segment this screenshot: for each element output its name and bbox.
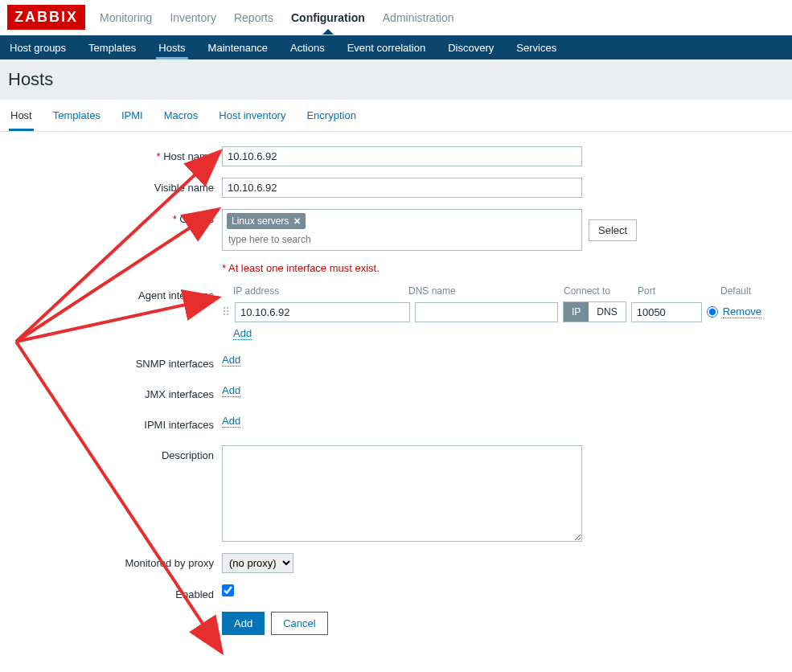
jmx-interfaces-label: JMX interfaces	[9, 384, 222, 400]
host-form: * Host name Visible name * Groups Linux …	[0, 132, 792, 661]
groups-select-button[interactable]: Select	[589, 219, 637, 241]
top-nav: Monitoring Inventory Reports Configurati…	[100, 2, 453, 34]
tab-ipmi[interactable]: IPMI	[120, 100, 145, 131]
subnav-maintenance[interactable]: Maintenance	[206, 36, 270, 59]
form-tabs: Host Templates IPMI Macros Host inventor…	[0, 100, 792, 132]
col-default: Default	[720, 285, 777, 297]
subnav-host-groups[interactable]: Host groups	[7, 36, 68, 59]
col-dns: DNS name	[408, 285, 564, 297]
group-tag: Linux servers✕	[227, 213, 306, 229]
page-header: Hosts	[0, 59, 792, 100]
agent-default-radio[interactable]	[707, 306, 718, 318]
nav-reports[interactable]: Reports	[234, 2, 273, 34]
visible-name-input[interactable]	[222, 178, 582, 198]
subnav-templates[interactable]: Templates	[86, 36, 138, 59]
snmp-interfaces-label: SNMP interfaces	[9, 354, 222, 370]
col-ip: IP address	[222, 285, 408, 297]
tab-host-inventory[interactable]: Host inventory	[217, 100, 287, 131]
subnav-services[interactable]: Services	[514, 36, 559, 59]
page-title: Hosts	[8, 69, 784, 90]
agent-interface-row: ⠿ IP DNS Remove	[222, 301, 777, 322]
logo: ZABBIX	[7, 5, 85, 30]
col-port: Port	[638, 285, 720, 297]
col-connect-to: Connect to	[564, 285, 638, 297]
tab-templates[interactable]: Templates	[51, 100, 102, 131]
connect-to-toggle[interactable]: IP DNS	[563, 301, 626, 322]
nav-monitoring[interactable]: Monitoring	[100, 2, 152, 34]
groups-multiselect[interactable]: Linux servers✕	[222, 209, 582, 251]
description-textarea[interactable]	[222, 445, 582, 542]
visible-name-label: Visible name	[9, 178, 222, 194]
jmx-add-link[interactable]: Add	[222, 384, 240, 397]
nav-inventory[interactable]: Inventory	[170, 2, 216, 34]
subnav-event-correlation[interactable]: Event correlation	[345, 36, 429, 59]
group-tag-label: Linux servers	[232, 215, 289, 227]
monitored-by-proxy-label: Monitored by proxy	[9, 553, 222, 569]
ipmi-add-link[interactable]: Add	[222, 415, 240, 428]
cancel-button[interactable]: Cancel	[271, 612, 327, 635]
sub-nav: Host groups Templates Hosts Maintenance …	[0, 35, 792, 59]
subnav-actions[interactable]: Actions	[288, 36, 327, 59]
description-label: Description	[9, 445, 222, 461]
agent-port-input[interactable]	[631, 302, 702, 322]
enabled-label: Enabled	[9, 584, 222, 600]
interface-header: IP address DNS name Connect to Port Defa…	[222, 285, 777, 297]
agent-remove-link[interactable]: Remove	[723, 305, 761, 318]
subnav-hosts[interactable]: Hosts	[156, 36, 187, 59]
host-name-input[interactable]	[222, 146, 582, 166]
ipmi-interfaces-label: IPMI interfaces	[9, 415, 222, 431]
tab-encryption[interactable]: Encryption	[305, 100, 357, 131]
nav-administration[interactable]: Administration	[383, 2, 454, 34]
tab-host[interactable]: Host	[9, 100, 34, 131]
subnav-discovery[interactable]: Discovery	[445, 36, 496, 59]
groups-label: * Groups	[9, 209, 222, 225]
proxy-select[interactable]: (no proxy)	[222, 553, 293, 573]
tab-macros[interactable]: Macros	[162, 100, 200, 131]
nav-configuration[interactable]: Configuration	[291, 2, 365, 34]
groups-search-input[interactable]	[227, 232, 428, 250]
agent-interfaces-label: Agent interfaces	[9, 285, 222, 301]
interface-required-note: * At least one interface must exist.	[222, 262, 380, 274]
agent-ip-input[interactable]	[235, 302, 410, 322]
snmp-add-link[interactable]: Add	[222, 354, 240, 367]
enabled-checkbox[interactable]	[222, 584, 234, 596]
add-button[interactable]: Add	[222, 612, 265, 635]
agent-add-link[interactable]: Add	[233, 327, 252, 340]
toggle-dns[interactable]: DNS	[589, 302, 625, 322]
drag-handle-icon[interactable]: ⠿	[222, 305, 230, 318]
group-tag-remove-icon[interactable]: ✕	[293, 216, 301, 227]
host-name-label: * Host name	[9, 146, 222, 162]
agent-dns-input[interactable]	[415, 302, 558, 322]
toggle-ip[interactable]: IP	[564, 302, 589, 322]
